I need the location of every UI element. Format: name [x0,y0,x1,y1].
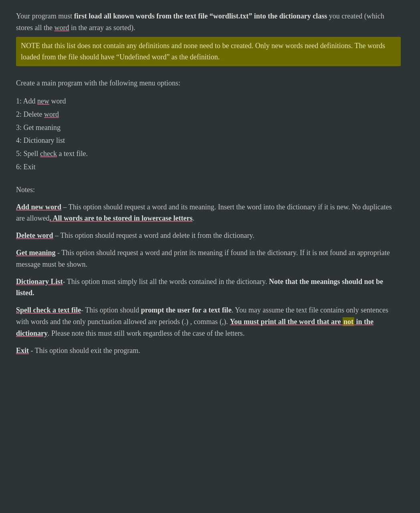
intro-end: in the array as sorted). [69,24,135,32]
menu-item-5-check: check [40,150,57,158]
menu-item-1: 1: Add new word [16,95,401,107]
menu-item-3: 3: Get meaning [16,122,401,134]
menu-item-2: 2: Delete word [16,109,401,120]
intro-paragraph: Your program must first load all known w… [16,10,401,34]
note-spell-check: Spell check a text file- This option sho… [16,304,401,339]
note-label-exit: Exit [16,347,29,355]
intro-word-link: word [54,24,69,32]
main-content: Your program must first load all known w… [16,10,401,356]
note-highlight-block: NOTE that this list does not contain any… [16,37,401,67]
note-exit-text: - This option should exit the program. [29,347,140,355]
note-delete-word: Delete word – This option should request… [16,230,401,241]
menu-list: 1: Add new word 2: Delete word 3: Get me… [16,95,401,173]
note-label-add: Add new word [16,203,61,211]
note-get-meaning: Get meaning - This option should request… [16,247,401,270]
note-dict-list-text1: - This option must simply list all the w… [63,278,269,286]
notes-heading: Notes: [16,184,401,196]
menu-item-1-new: new [37,97,49,105]
note-highlight-text: NOTE that this list does not contain any… [21,42,385,61]
menu-item-2-word: word [44,110,59,118]
note-spell-check-bold1: prompt the user for a text file [141,306,232,314]
note-label-dict-list: Dictionary List [16,278,63,286]
note-get-meaning-text: - This option should request a word and … [16,249,390,268]
note-label-delete: Delete word [16,231,53,239]
menu-item-4: 4: Dictionary list [16,135,401,146]
notes-section: Notes: Add new word – This option should… [16,184,401,357]
note-add-bold-underline: . All words are to be stored in lowercas… [49,214,192,222]
menu-item-5: 5: Spell check a text file. [16,148,401,160]
note-label-get-meaning: Get meaning [16,249,56,257]
intro-prefix: Your program must [16,12,74,20]
note-delete-text: – This option should request a word and … [53,231,254,239]
menu-item-6: 6: Exit [16,161,401,173]
menu-section: Create a main program with the following… [16,77,401,173]
note-spell-check-text3: . Please note this must still work regar… [48,329,244,337]
intro-bold: first load all known words from the text… [74,12,327,20]
note-label-spell-check: Spell check a text file [16,306,81,314]
note-add-new-word: Add new word – This option should reques… [16,201,401,225]
note-dictionary-list: Dictionary List- This option must simply… [16,276,401,299]
note-spell-check-text1: - This option should [81,306,141,314]
note-exit: Exit - This option should exit the progr… [16,345,401,357]
note-add-period: . [192,214,194,222]
menu-heading: Create a main program with the following… [16,77,401,89]
not-highlight: not [343,317,354,326]
